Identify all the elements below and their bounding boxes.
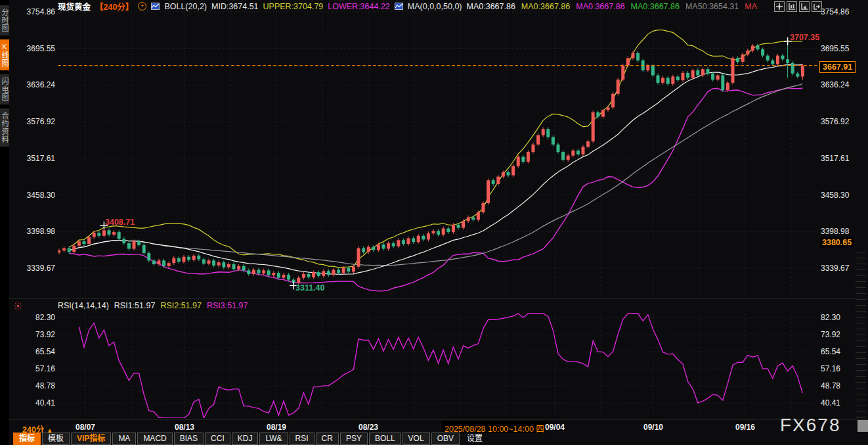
y-axis-tick: 57.16 (21, 364, 55, 373)
y-axis-tick: 82.30 (821, 313, 855, 322)
left-peak-price-label: 3408.71 (105, 218, 135, 227)
toolbar-button-CR[interactable]: CR (316, 433, 339, 445)
y-axis-tick: 3754.86 (21, 7, 55, 16)
sidebar-tab-4[interactable]: 合约资料 (0, 108, 9, 147)
symbol-name: 现货黄金 (58, 0, 91, 12)
rsi2-value: RSI2:51.97 (160, 301, 202, 310)
y-axis-tick: 48.78 (821, 381, 855, 390)
indicator-info-bar: 现货黄金 【240分】 + BOLL(20,2) MID:3674.51 UPP… (58, 1, 757, 12)
x-axis-tick: 08/19 (267, 423, 286, 432)
boll-lower-value: LOWER:3644.22 (328, 2, 390, 11)
toolbar-button-PSY[interactable]: PSY (340, 433, 368, 445)
y-axis-tick: 48.78 (21, 381, 55, 390)
sidebar-tab-2[interactable]: K线图 (0, 39, 9, 70)
toolbar-button-MACD[interactable]: MACD (137, 433, 172, 445)
zoom-in-chart-icon[interactable] (799, 1, 810, 12)
toolbar-button-MA[interactable]: MA (112, 433, 136, 445)
y-axis-tick: 73.92 (821, 330, 855, 339)
x-axis-tick: 08/23 (358, 423, 378, 432)
exit-window-icon[interactable] (812, 1, 822, 12)
ma-value-2: MA0:3667.86 (521, 2, 570, 11)
boll-label: BOLL(20,2) (164, 2, 207, 11)
current-price-badge: 3667.91 (819, 61, 856, 73)
ma-value-5: MA50:3654.31 (685, 2, 739, 11)
y-axis-tick: 65.54 (821, 347, 855, 356)
rsi3-value: RSI3:51.97 (207, 301, 248, 310)
y-axis-tick: 57.16 (821, 364, 855, 373)
rsi-label: RSI(14,14,14) (58, 301, 109, 310)
y-axis-tick: 3636.24 (821, 80, 855, 89)
x-axis-tick: 09/04 (545, 423, 565, 432)
boll-upper-value: UPPER:3704.79 (263, 2, 324, 11)
toolbar-button-BIAS[interactable]: BIAS (174, 433, 204, 445)
toolbar-button-VIP指标[interactable]: VIP指标 (71, 433, 111, 445)
session-low-price-label: 3311.40 (295, 283, 325, 293)
watermark: FX678 (780, 415, 841, 436)
y-axis-tick: 3695.55 (21, 44, 55, 53)
trading-app: 分时图K线图闪电图合约资料 现货黄金 【240分】 + BOLL(20,2) M… (0, 0, 868, 445)
scrollbar-corner-handle[interactable] (857, 420, 868, 432)
ma-values: MA0:3667.86MA0:3667.86MA0:3667.86MA0:366… (467, 2, 758, 11)
y-axis-tick: 3398.98 (821, 227, 855, 236)
indicator-settings-icon[interactable] (14, 302, 22, 310)
y-axis-tick: 3576.92 (821, 117, 855, 126)
x-axis-tick: 08/07 (76, 423, 95, 432)
y-axis-tick: 3339.67 (21, 264, 55, 273)
ma-chart-icon[interactable] (395, 3, 403, 10)
toolbar-button-RSI[interactable]: RSI (290, 433, 315, 445)
toolbar-button-CCI[interactable]: CCI (205, 433, 230, 445)
rsi-indicator-header: RSI(14,14,14) RSI1:51.97 RSI2:51.97 RSI3… (58, 301, 248, 310)
boll-mid-value: MID:3674.51 (211, 2, 259, 11)
time-axis: 240分 ▲ 2025/08/28 10:00~14:00 四 08/0708/… (0, 419, 868, 433)
ma-value-4: MA0:3667.86 (631, 2, 680, 11)
rsi1-value: RSI1:51.97 (114, 301, 156, 310)
toolbar-button-指标[interactable]: 指标 (13, 433, 41, 445)
toolbar-button-OBV[interactable]: OBV (431, 433, 460, 445)
add-indicator-icon[interactable]: + (138, 2, 146, 11)
toolbar-button-模板[interactable]: 模板 (42, 433, 70, 445)
toolbar-button-设置[interactable]: 设置 (461, 433, 488, 445)
x-axis-tick: 08/13 (175, 423, 194, 432)
x-axis-tick: 09/16 (735, 423, 755, 432)
y-axis-tick: 82.30 (21, 313, 55, 322)
move-layout-icon[interactable] (774, 1, 785, 12)
y-axis-tick: 65.54 (21, 347, 55, 356)
y-axis-tick: 3754.86 (821, 7, 855, 16)
y-axis-tick: 3636.24 (21, 80, 55, 89)
y-axis-tick: 3517.61 (21, 154, 55, 163)
window-controls (774, 1, 822, 12)
ma-value-1: MA0:3667.86 (467, 2, 515, 11)
period-label: 【240分】 (95, 0, 133, 12)
y-axis-tick: 3398.98 (21, 227, 55, 236)
panel-divider (0, 298, 868, 299)
y-axis-tick: 3576.92 (21, 117, 55, 126)
y-axis-tick: 3458.30 (821, 191, 855, 200)
chart-type-sidebar: 分时图K线图闪电图合约资料 (0, 0, 9, 445)
sidebar-tab-1[interactable]: 分时图 (0, 5, 9, 35)
ma-label: MA(0,0,0,50,0) (408, 2, 462, 11)
y-axis-tick: 3517.61 (821, 154, 855, 163)
y-axis-tick: 73.92 (21, 330, 55, 339)
toolbar-button-LW&[interactable]: LW& (259, 433, 288, 445)
reference-price-badge: 3380.65 (820, 237, 854, 248)
sidebar-tab-3[interactable]: 闪电图 (0, 74, 9, 105)
y-axis-tick: 3695.55 (821, 44, 855, 53)
session-high-price-label: 3707.35 (790, 33, 819, 42)
y-axis-tick: 40.41 (821, 398, 855, 408)
y-axis-tick: 3339.67 (821, 264, 855, 273)
y-axis-tick: 3458.30 (21, 191, 55, 200)
vertical-scrollbar[interactable] (856, 252, 866, 418)
toolbar-button-VOL[interactable]: VOL (402, 433, 430, 445)
ma-value-3: MA0:3667.86 (576, 2, 624, 11)
ma-value-6: MA (745, 2, 757, 11)
toolbar-button-BOLL[interactable]: BOLL (369, 433, 401, 445)
zoom-out-chart-icon[interactable] (787, 1, 797, 12)
x-axis-tick: 09/10 (643, 423, 663, 432)
toolbar-button-KDJ[interactable]: KDJ (232, 433, 259, 445)
chart-canvas[interactable] (0, 0, 868, 433)
boll-chart-icon[interactable] (151, 3, 160, 10)
y-axis-tick: 40.41 (21, 398, 55, 408)
indicator-toolbar: 指标模板VIP指标MAMACDBIASCCIKDJLW&RSICRPSYBOLL… (0, 433, 868, 445)
